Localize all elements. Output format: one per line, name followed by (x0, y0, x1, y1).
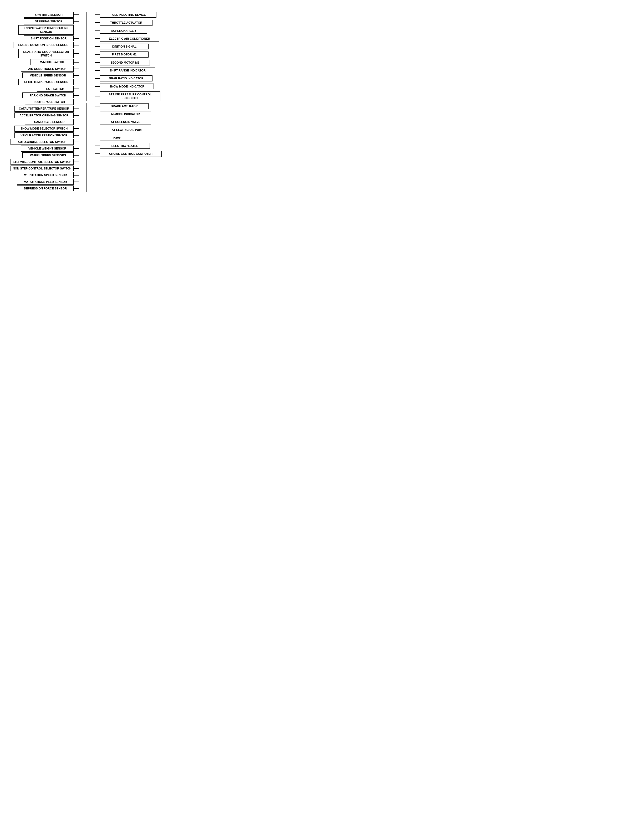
steering-sensor: STEERING SENSOR (24, 18, 74, 24)
cam-angle-sensor-connector (74, 122, 79, 122)
snow-mode-indicator-connector (95, 86, 100, 87)
auto-cruise-selector-switch: AUTO-CRUISE SELECTOR SWITCH (11, 139, 74, 145)
left-row-at-oil-temperature-sensor: AT OIL TEMPERATURE SENSOR (5, 79, 79, 85)
vehicle-weight-sensor: VEHICLE WEIGHT SENSOR (21, 145, 74, 151)
electric-heater-connector (95, 145, 100, 146)
steering-sensor-connector (74, 21, 79, 21)
yaw-rate-sensor-connector (74, 14, 79, 15)
at-solenoid-valve: AT SOLENOID VALVE (100, 119, 151, 125)
electric-air-conditioner-connector (95, 38, 100, 39)
left-row-parking-brake-switch: PARKING BRAKE SWITCH (5, 92, 79, 98)
yaw-rate-sensor: YAW RATE SENSOR (24, 12, 74, 18)
brake-actuator-connector (95, 106, 100, 106)
right-row-cruise-control-computer: CRUISE CONTROL COMPUTER (95, 151, 168, 157)
right-row-second-motor-m2: SECOND MOTOR M2 (95, 60, 168, 65)
second-motor-m2-connector (95, 62, 100, 63)
left-row-shift-position-sensor: SHIFT POSITION SENSOR (5, 35, 79, 41)
right-row-snow-mode-indicator: SNOW MODE INDICATOR (95, 83, 168, 89)
m-mode-switch: M-MODE SWITCH (30, 59, 74, 65)
shift-position-sensor: SHIFT POSITION SENSOR (24, 35, 74, 41)
foot-brake-switch-connector (74, 102, 79, 102)
pump-connector (95, 137, 100, 138)
left-row-snow-mode-selector-switch: SNOW MODE SELECTOR SWITCH (5, 125, 79, 131)
left-row-m-mode-switch: M-MODE SWITCH (5, 59, 79, 65)
pump: PUMP (100, 135, 134, 141)
auto-cruise-selector-switch-connector (74, 142, 79, 142)
gear-ratio-group-selector-switch: GEAR-RATIO GROUP SELECTOR SWITCH (18, 49, 74, 59)
snow-mode-indicator: SNOW MODE INDICATOR (100, 83, 154, 89)
supercharger-connector (95, 30, 100, 31)
brake-actuator: BRAKE ACTUATOR (100, 103, 148, 109)
vehicle-speed-sensor: VEHICLE SPEED SENSOR (22, 73, 74, 78)
gear-ratio-indicator: GEAR RATIO INDICATOR (100, 76, 153, 81)
gear-ratio-indicator-connector (95, 78, 100, 79)
m2-rotations-peed-sensor-connector (74, 181, 79, 182)
veicle-acceleration-sensor: VEICLE ACCELERATION SENSOR (14, 133, 74, 138)
snow-mode-selector-switch: SNOW MODE SELECTOR SWITCH (14, 125, 74, 131)
right-row-electric-air-conditioner: ELECTRIC AIR CONDITIONER (95, 36, 168, 42)
non-step-control-selector-switch: NON-STEP CONTROL SELECTOR SWITCH (11, 166, 74, 171)
m1-rotation-speed-sensor-connector (74, 175, 79, 175)
catalyst-temperature-sensor: CATALYST TEMPERATURE SENSOR (14, 106, 74, 112)
throttle-actuator: THROTTLE ACTUATOR (100, 20, 153, 26)
supercharger: SUPERCHARGER (100, 28, 147, 34)
foot-brake-switch: FOOT BRAKE SWITCH (25, 99, 74, 105)
right-row-at-solenoid-valve: AT SOLENOID VALVE (95, 119, 168, 125)
air-conditioner-switch-connector (74, 69, 79, 69)
m-mode-switch-connector (74, 62, 79, 62)
parking-brake-switch-connector (74, 95, 79, 96)
right-row-ignition-signal: IGNITION SIGNAL (95, 44, 168, 49)
first-motor-m1-connector (95, 54, 100, 55)
depression-force-sensor-connector (74, 188, 79, 189)
vehicle-speed-sensor-connector (74, 75, 79, 76)
right-column: FUEL INJECTING DEVICETHROTTLE ACTUATORSU… (95, 12, 168, 192)
ignition-signal: IGNITION SIGNAL (100, 44, 148, 49)
at-line-pressure-control-solenoid: AT LINE PRESSURE CONTROL SOLENOID (100, 91, 161, 101)
shift-range-indicator-connector (95, 70, 100, 71)
m-mode-indicator-connector (95, 114, 100, 114)
throttle-actuator-connector (95, 22, 100, 23)
engine-water-temp-sensor-connector (74, 30, 79, 30)
cruise-control-computer-connector (95, 153, 100, 154)
engine-rotation-speed-sensor: ENGINE ROTATION SPEED SENSOR (13, 42, 74, 48)
ignition-signal-connector (95, 46, 100, 47)
left-row-veicle-acceleration-sensor: VEICLE ACCELERATION SENSOR (5, 133, 79, 138)
left-row-catalyst-temperature-sensor: CATALYST TEMPERATURE SENSOR (5, 106, 79, 112)
right-row-m-mode-indicator: M-MODE INDICATOR (95, 111, 168, 117)
left-column: YAW RATE SENSORSTEERING SENSORENGINE WAT… (5, 12, 79, 192)
left-row-cam-angle-sensor: CAM ANGLE SENSOR (5, 119, 79, 125)
engine-rotation-speed-sensor-connector (74, 45, 79, 45)
left-row-air-conditioner-switch: AIR CONDITIONER SWITCH (5, 66, 79, 72)
right-row-pump: PUMP (95, 135, 168, 141)
right-row-at-elctric-oil-pump: AT ELCTRIC OIL PUMP (95, 127, 168, 133)
shift-range-indicator: SHIFT RANGE INDICATOR (100, 68, 155, 73)
ect-switch: ECT SWITCH (37, 86, 74, 92)
left-row-stepwise-control-selector-switch: STEPWISE CONTROL SELECTOR SWITCH (5, 159, 79, 165)
gear-ratio-group-selector-switch-connector (74, 53, 79, 54)
left-row-yaw-rate-sensor: YAW RATE SENSOR (5, 12, 79, 18)
veicle-acceleration-sensor-connector (74, 135, 79, 136)
air-conditioner-switch: AIR CONDITIONER SWITCH (21, 66, 74, 72)
diagram: YAW RATE SENSORSTEERING SENSORENGINE WAT… (5, 12, 205, 192)
vehicle-weight-sensor-connector (74, 148, 79, 149)
cruise-control-computer: CRUISE CONTROL COMPUTER (100, 151, 162, 157)
left-row-m1-rotation-speed-sensor: M1 ROTATION SPEED SENSOR (5, 172, 79, 178)
at-solenoid-valve-connector (95, 122, 100, 122)
left-row-non-step-control-selector-switch: NON-STEP CONTROL SELECTOR SWITCH (5, 166, 79, 171)
at-elctric-oil-pump: AT ELCTRIC OIL PUMP (100, 127, 155, 133)
left-row-wheel-speed-sensors: WHEEL SPEED SENSORS (5, 153, 79, 158)
left-row-depression-force-sensor: DEPRESSION FORCE SENSOR (5, 186, 79, 191)
engine-water-temp-sensor: ENGINE WATER TEMPERATURE SENSOR (18, 25, 74, 35)
right-row-at-line-pressure-control-solenoid: AT LINE PRESSURE CONTROL SOLENOID (95, 91, 168, 101)
at-oil-temperature-sensor-connector (74, 82, 79, 82)
left-row-foot-brake-switch: FOOT BRAKE SWITCH (5, 99, 79, 105)
stepwise-control-selector-switch: STEPWISE CONTROL SELECTOR SWITCH (11, 159, 74, 165)
parking-brake-switch: PARKING BRAKE SWITCH (22, 92, 74, 98)
left-row-ect-switch: ECT SWITCH (5, 86, 79, 92)
at-oil-temperature-sensor: AT OIL TEMPERATURE SENSOR (18, 79, 74, 85)
non-step-control-selector-switch-connector (74, 168, 79, 169)
accelerator-opening-sensor-connector (74, 115, 79, 116)
electric-air-conditioner: ELECTRIC AIR CONDITIONER (100, 36, 159, 42)
right-row-first-motor-m1: FIRST MOTOR M1 (95, 51, 168, 57)
left-row-engine-water-temp-sensor: ENGINE WATER TEMPERATURE SENSOR (5, 25, 79, 35)
